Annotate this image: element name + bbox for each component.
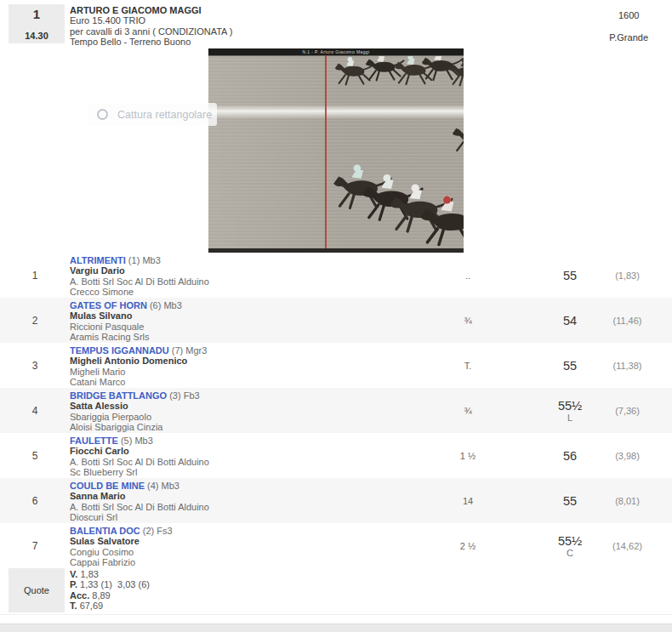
trainer-name: Crecco Simone bbox=[70, 287, 391, 297]
race-title: ARTURO E GIACOMO MAGGI bbox=[70, 5, 233, 15]
horse-number: (4) bbox=[147, 481, 158, 491]
quote-value: 8,89 bbox=[92, 590, 110, 601]
finish-position: 6 bbox=[0, 478, 70, 523]
quote-key: V. bbox=[70, 569, 77, 579]
quote-key: Acc. bbox=[70, 590, 89, 601]
horse-link[interactable]: BRIDGE BATTLANGO bbox=[70, 390, 167, 401]
horse-link[interactable]: FAULETTE bbox=[70, 436, 118, 446]
weight-note: C bbox=[567, 548, 573, 558]
horse-link[interactable]: ALTRIMENTI bbox=[70, 255, 126, 265]
odds-value: (3,98) bbox=[595, 433, 659, 478]
table-row: 6 COULD BE MINE (4) Mb3 Sanna Mario A. B… bbox=[0, 478, 672, 523]
owner-name: A. Botti Srl Soc Al Di Botti Alduino bbox=[70, 502, 391, 512]
horse-number: (1) bbox=[128, 255, 140, 265]
horse-number: (5) bbox=[121, 436, 132, 446]
finish-position: 2 bbox=[0, 298, 70, 343]
table-row: 1 ALTRIMENTI (1) Mb3 Vargiu Dario A. Bot… bbox=[0, 253, 672, 298]
gap-value: 2 ½ bbox=[391, 523, 544, 568]
table-row: 3 TEMPUS IGGANNADU (7) Mgr3 Migheli Anto… bbox=[0, 343, 672, 388]
finish-position: 3 bbox=[0, 343, 70, 388]
capture-circle-icon bbox=[97, 109, 108, 120]
horse-breed: Mb3 bbox=[134, 436, 152, 446]
horse-link[interactable]: BALENTIA DOC bbox=[70, 526, 140, 536]
owner-name: A. Botti Srl Soc Al Di Botti Alduino bbox=[70, 276, 391, 287]
horse-link[interactable]: TEMPUS IGGANNADU bbox=[70, 345, 169, 356]
horse-breed: Fs3 bbox=[157, 526, 172, 536]
quote-value: 1,33 (1) 3,03 (6) bbox=[80, 579, 150, 589]
owner-name: Congiu Cosimo bbox=[70, 547, 391, 557]
finish-position: 5 bbox=[0, 433, 70, 478]
trainer-name: Cappai Fabrizio bbox=[70, 557, 391, 567]
race-time: 14.30 bbox=[25, 31, 48, 41]
race-conditions: per cavalli di 3 anni ( CONDIZIONATA ) bbox=[70, 26, 233, 37]
odds-value: (11,38) bbox=[595, 343, 659, 388]
weight-value: 55½ bbox=[558, 399, 582, 413]
horse-number: (3) bbox=[169, 390, 180, 401]
photo-horses-graphic bbox=[208, 48, 464, 253]
jockey-name: Migheli Antonio Domenico bbox=[70, 356, 391, 366]
gap-value: 14 bbox=[391, 478, 544, 523]
race-prize: Euro 15.400 TRIO bbox=[70, 15, 233, 26]
odds-value: (8,01) bbox=[595, 478, 659, 523]
trainer-name: Catani Marco bbox=[70, 377, 391, 387]
race-number-box: 1 14.30 bbox=[9, 4, 65, 43]
weight-value: 55½ bbox=[558, 534, 582, 548]
finish-position: 4 bbox=[0, 388, 70, 433]
finish-line bbox=[325, 55, 327, 248]
owner-name: A. Botti Srl Soc Al Di Botti Alduino bbox=[70, 457, 391, 467]
race-header: 1 14.30 ARTURO E GIACOMO MAGGI Euro 15.4… bbox=[0, 0, 672, 48]
table-row: 7 BALENTIA DOC (2) Fs3 Sulas Salvatore C… bbox=[0, 523, 672, 568]
weight-value: 54 bbox=[563, 314, 577, 327]
trainer-name: Aloisi Sbariggia Cinzia bbox=[70, 422, 391, 432]
weight-value: 55 bbox=[563, 359, 577, 373]
gap-value: 1 ½ bbox=[391, 433, 544, 478]
gap-value: ¾ bbox=[391, 388, 544, 433]
horse-breed: Mgr3 bbox=[185, 345, 207, 356]
owner-name: Sbariggia Pierpaolo bbox=[70, 412, 391, 422]
race-result-page: 1 14.30 ARTURO E GIACOMO MAGGI Euro 15.4… bbox=[0, 0, 672, 632]
photo-finish-image[interactable]: N.1 - P. Arturo Giacomo Maggi bbox=[208, 48, 464, 253]
race-ground: Tempo Bello - Terreno Buono bbox=[70, 37, 233, 47]
table-row: 5 FAULETTE (5) Mb3 Fiocchi Carlo A. Bott… bbox=[0, 433, 672, 478]
owner-name: Migheli Mario bbox=[70, 367, 391, 377]
quote-value: 1,83 bbox=[80, 569, 98, 579]
horizontal-scrollbar[interactable] bbox=[0, 623, 672, 632]
quote-key: T. bbox=[70, 601, 77, 611]
jockey-name: Satta Alessio bbox=[70, 401, 391, 411]
horse-number: (2) bbox=[143, 526, 154, 536]
race-track: P.Grande bbox=[609, 32, 648, 43]
capture-tool-toast[interactable]: Cattura rettangolare bbox=[88, 103, 217, 126]
weight-value: 56 bbox=[563, 449, 577, 463]
trainer-name: Dioscuri Srl bbox=[70, 512, 391, 522]
race-info: ARTURO E GIACOMO MAGGI Euro 15.400 TRIO … bbox=[70, 5, 233, 48]
horse-link[interactable]: COULD BE MINE bbox=[70, 481, 145, 491]
jockey-name: Sanna Mario bbox=[70, 491, 391, 501]
weight-value: 55 bbox=[563, 269, 577, 282]
footer-divider bbox=[0, 614, 672, 615]
horse-number: (7) bbox=[172, 345, 183, 356]
odds-value: (11,46) bbox=[595, 298, 659, 343]
horse-number: (6) bbox=[150, 300, 161, 310]
table-row: 2 GATES OF HORN (6) Mb3 Mulas Silvano Ri… bbox=[0, 298, 672, 343]
owner-name: Riccioni Pasquale bbox=[70, 322, 391, 332]
horse-breed: Fb3 bbox=[184, 390, 200, 401]
horse-link[interactable]: GATES OF HORN bbox=[70, 300, 147, 310]
capture-tool-label: Cattura rettangolare bbox=[117, 109, 212, 121]
table-row: 4 BRIDGE BATTLANGO (3) Fb3 Satta Alessio… bbox=[0, 388, 672, 433]
race-meta: 1600 P.Grande bbox=[609, 10, 648, 43]
odds-value: (1,83) bbox=[595, 253, 659, 298]
race-distance: 1600 bbox=[609, 10, 648, 20]
gap-value: T. bbox=[391, 343, 544, 388]
horse-breed: Mb3 bbox=[162, 481, 179, 491]
jockey-name: Sulas Salvatore bbox=[70, 536, 391, 546]
jockey-name: Mulas Silvano bbox=[70, 310, 391, 321]
gap-value: .. bbox=[391, 253, 544, 298]
photo-bottom-band bbox=[208, 248, 464, 253]
jockey-name: Vargiu Dario bbox=[70, 265, 391, 276]
odds-value: (14,62) bbox=[595, 523, 659, 568]
weight-note: L bbox=[567, 413, 572, 423]
horse-breed: Mb3 bbox=[142, 255, 160, 265]
quote-row: Quote V. 1,83 P. 1,33 (1) 3,03 (6) Acc. … bbox=[0, 568, 672, 612]
quote-value: 67,69 bbox=[80, 601, 104, 611]
gap-value: ¾ bbox=[391, 298, 544, 343]
